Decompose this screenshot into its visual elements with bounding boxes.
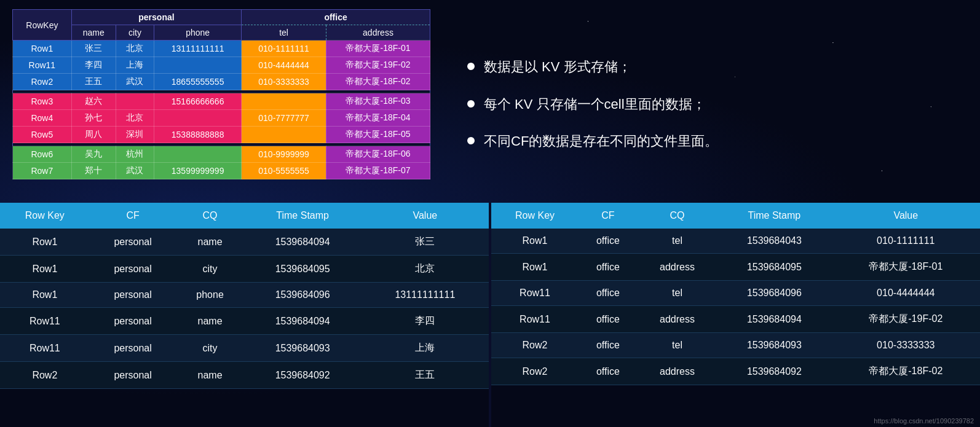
kv-cell: 王五 [362,362,489,389]
left-rowkey-col: Row Key [0,203,90,229]
hbase-cell: 深圳 [116,127,154,143]
kv-cell: personal [90,335,176,362]
right-kv-table-wrapper: Row Key CF CQ Time Stamp Value Row1offic… [491,203,980,427]
bullet-dot-1 [467,63,475,70]
office-header: office [242,10,430,25]
bullet-item-3: 不同CF的数据是存在不同的文件里面。 [467,132,968,151]
right-value-col: Value [832,203,980,229]
kv-cell: 010-4444444 [832,281,980,306]
kv-cell: 010-1111111 [832,229,980,254]
hbase-cell: Row6 [13,146,72,163]
kv-row: Row2officetel1539684093010-3333333 [491,333,980,358]
bullet-text-1: 数据是以 KV 形式存储； [484,58,631,77]
hbase-cell: 帝都大厦-18F-04 [326,110,430,127]
hbase-cell: 王五 [71,74,116,90]
hbase-cell: 010-7777777 [242,110,326,127]
kv-cell: 帝都大厦-19F-02 [832,306,980,333]
kv-cell: tel [638,229,717,254]
hbase-cell: 李四 [71,57,116,74]
kv-cell: Row1 [0,283,90,308]
kv-cell: office [579,333,638,358]
kv-cell: 1539684096 [717,281,831,306]
kv-cell: 010-3333333 [832,333,980,358]
kv-cell: office [579,358,638,385]
kv-cell: address [638,254,717,281]
hbase-row: Row2王五武汉18655555555010-3333333帝都大厦-18F-0… [13,74,430,90]
hbase-cell: 010-4444444 [242,57,326,74]
kv-cell: phone [176,283,243,308]
kv-cell: 帝都大厦-18F-02 [832,358,980,385]
address-header: address [326,25,430,41]
page-container: RowKey personal office name city phone t… [0,0,980,427]
personal-header: personal [71,10,241,25]
left-cq-col: CQ [176,203,243,229]
hbase-cell: 武汉 [116,163,154,179]
kv-cell: office [579,281,638,306]
rowkey-header: RowKey [13,10,72,41]
kv-row: Row11personalname1539684094李四 [0,308,489,335]
hbase-cell: 周八 [71,127,116,143]
kv-row: Row11personalcity1539684093上海 [0,335,489,362]
hbase-cell: 帝都大厦-18F-05 [326,127,430,143]
kv-cell: name [176,308,243,335]
kv-cell: 1539684096 [244,283,362,308]
top-section: RowKey personal office name city phone t… [0,0,980,203]
kv-cell: Row2 [491,358,579,385]
kv-cell: 1539684095 [717,254,831,281]
left-kv-table: Row Key CF CQ Time Stamp Value Row1perso… [0,203,489,389]
hbase-row: Row3赵六15166666666帝都大厦-18F-03 [13,93,430,110]
kv-cell: Row1 [0,229,90,256]
hbase-cell: Row2 [13,74,72,90]
hbase-cell: 吴九 [71,146,116,163]
phone-header: phone [154,25,242,41]
right-timestamp-col: Time Stamp [717,203,831,229]
hbase-cell [242,93,326,110]
hbase-cell: 帝都大厦-18F-06 [326,146,430,163]
hbase-cell: 010-1111111 [242,41,326,57]
kv-cell: Row1 [491,254,579,281]
kv-cell: Row11 [0,335,90,362]
hbase-cell: 18655555555 [154,74,242,90]
kv-cell: personal [90,256,176,283]
kv-cell: personal [90,308,176,335]
col-group-header-row: RowKey personal office [13,10,430,25]
hbase-cell: 15388888888 [154,127,242,143]
hbase-cell: Row4 [13,110,72,127]
kv-row: Row1personalcity1539684095北京 [0,256,489,283]
hbase-cell [154,57,242,74]
hbase-row: Row4孙七北京010-7777777帝都大厦-18F-04 [13,110,430,127]
left-value-col: Value [362,203,489,229]
hbase-table-container: RowKey personal office name city phone t… [12,9,430,200]
hbase-cell: 13599999999 [154,163,242,179]
bullet-dot-2 [467,100,475,108]
kv-cell: Row11 [0,308,90,335]
kv-cell: 张三 [362,229,489,256]
hbase-row: Row5周八深圳15388888888帝都大厦-18F-05 [13,127,430,143]
hbase-cell: 帝都大厦-18F-01 [326,41,430,57]
kv-cell: 1539684043 [717,229,831,254]
hbase-row: Row6吴九杭州010-9999999帝都大厦-18F-06 [13,146,430,163]
kv-cell: office [579,306,638,333]
hbase-row: Row1张三北京13111111111010-1111111帝都大厦-18F-0… [13,41,430,57]
kv-cell: tel [638,333,717,358]
kv-cell: 1539684094 [717,306,831,333]
hbase-cell: 孙七 [71,110,116,127]
left-kv-table-body: Row1personalname1539684094张三Row1personal… [0,229,489,389]
right-cf-col: CF [579,203,638,229]
kv-cell: address [638,306,717,333]
kv-cell: personal [90,362,176,389]
kv-cell: 李四 [362,308,489,335]
hbase-cell: 北京 [116,41,154,57]
hbase-cell: 杭州 [116,146,154,163]
hbase-cell [242,127,326,143]
right-kv-header-row: Row Key CF CQ Time Stamp Value [491,203,980,229]
right-kv-table-body: Row1officetel1539684043010-1111111Row1of… [491,229,980,385]
kv-cell: 1539684092 [717,358,831,385]
bullet-text-2: 每个 KV 只存储一个cell里面的数据； [484,95,706,114]
kv-cell: name [176,362,243,389]
kv-row: Row11officeaddress1539684094帝都大厦-19F-02 [491,306,980,333]
kv-cell: office [579,229,638,254]
hbase-cell: 帝都大厦-19F-02 [326,57,430,74]
bullet-text-3: 不同CF的数据是存在不同的文件里面。 [484,132,718,151]
hbase-cell: Row1 [13,41,72,57]
